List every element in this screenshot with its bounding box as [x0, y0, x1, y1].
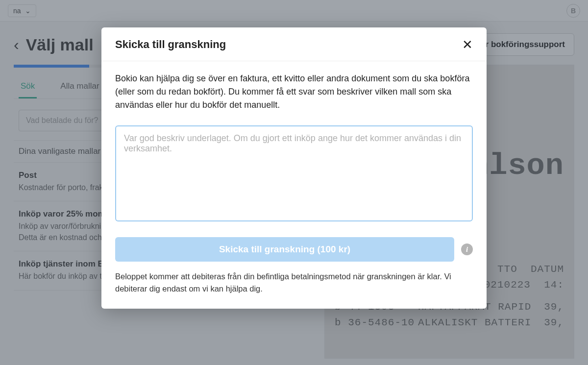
- modal-header: Skicka till granskning ✕: [101, 27, 487, 61]
- modal-overlay[interactable]: Skicka till granskning ✕ Bokio kan hjälp…: [0, 0, 588, 365]
- modal-description: Bokio kan hjälpa dig se över en faktura,…: [115, 72, 473, 112]
- review-modal: Skicka till granskning ✕ Bokio kan hjälp…: [101, 27, 487, 309]
- modal-footnote: Beloppet kommer att debiteras från din b…: [115, 270, 473, 295]
- modal-title: Skicka till granskning: [115, 38, 226, 51]
- info-icon[interactable]: i: [461, 243, 473, 255]
- submit-review-button[interactable]: Skicka till granskning (100 kr): [115, 237, 454, 262]
- modal-body: Bokio kan hjälpa dig se över en faktura,…: [101, 61, 487, 309]
- description-textarea[interactable]: [115, 125, 473, 221]
- close-icon[interactable]: ✕: [462, 38, 473, 51]
